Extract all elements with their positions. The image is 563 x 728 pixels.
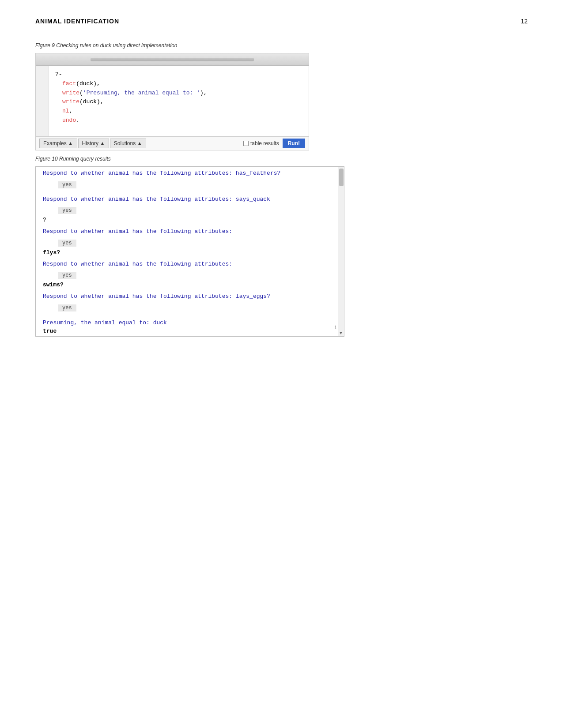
results-panel: Respond to whether animal has the follow… [35, 166, 344, 337]
solutions-tab-label: Solutions [114, 140, 136, 146]
examples-tab-label: Examples [43, 140, 67, 146]
result-row-1-answer-wrap: yes [36, 180, 344, 189]
table-results-checkbox[interactable] [243, 141, 249, 146]
prompt-line: ?- [55, 70, 302, 79]
run-button[interactable]: Run! [283, 139, 305, 148]
line-gutter [36, 66, 49, 136]
history-tab-arrow: ▲ [100, 140, 105, 146]
table-results-label[interactable]: table results [243, 140, 279, 146]
presuming-line: Presuming, the animal equal to: duck [36, 317, 344, 327]
result-row-2-answer-wrap: yes [36, 206, 344, 215]
prompt-symbol: ?- [55, 71, 62, 78]
result-row-2-question: Respond to whether animal has the follow… [36, 193, 344, 206]
true-line: true [36, 327, 344, 336]
code-line-1: fact(duck), [62, 79, 302, 89]
spacer-2 [36, 312, 344, 317]
code-line-3: write(duck), [62, 98, 302, 107]
result-row-8-question: Respond to whether animal has the follow… [36, 290, 344, 303]
footer-right: table results Run! [243, 139, 305, 148]
code-block: fact(duck), write('Presuming, the animal… [62, 79, 302, 125]
result-row-5-flys: flys? [36, 248, 344, 258]
figure9-caption: Figure 9 Checking rules on duck using di… [35, 42, 528, 49]
result-row-2-answer: yes [58, 207, 76, 214]
spacer-1 [36, 189, 344, 193]
scrollbar-page: 1 [334, 325, 337, 330]
code-line-4: nl, [62, 107, 302, 116]
history-tab-label: History [82, 140, 98, 146]
code-area[interactable]: ?- fact(duck), write('Presuming, the ani… [49, 66, 309, 136]
history-tab[interactable]: History ▲ [78, 139, 109, 148]
result-row-4-answer: yes [58, 240, 76, 247]
scrollbar[interactable]: 1 ▼ [338, 167, 344, 336]
page-title: ANIMAL IDENTIFICATION [35, 18, 119, 25]
solutions-tab[interactable]: Solutions ▲ [110, 139, 146, 148]
result-row-7-swims: swims? [36, 280, 344, 290]
code-line-2: write('Presuming, the animal equal to: '… [62, 89, 302, 98]
editor-top-bar [91, 58, 254, 61]
result-row-3-prompt: ? [36, 215, 344, 225]
result-row-4-question: Respond to whether animal has the follow… [36, 225, 344, 238]
result-row-1-answer: yes [58, 181, 76, 188]
result-row-6-answer-wrap: yes [36, 270, 344, 280]
solutions-tab-arrow: ▲ [137, 140, 142, 146]
code-line-5: undo. [62, 116, 302, 125]
prolog-editor: ?- fact(duck), write('Presuming, the ani… [35, 53, 309, 150]
result-row-4-answer-wrap: yes [36, 238, 344, 248]
result-row-8-answer-wrap: yes [36, 303, 344, 312]
result-row-6-answer: yes [58, 272, 76, 279]
table-results-text: table results [250, 140, 279, 146]
page-number: 12 [521, 18, 528, 25]
editor-footer: Examples ▲ History ▲ Solutions ▲ table r… [36, 136, 309, 150]
examples-tab-arrow: ▲ [68, 140, 73, 146]
scrollbar-arrow-down-icon[interactable]: ▼ [339, 331, 343, 335]
page-header: ANIMAL IDENTIFICATION 12 [35, 18, 528, 25]
examples-tab[interactable]: Examples ▲ [39, 139, 77, 148]
result-row-6-question: Respond to whether animal has the follow… [36, 258, 344, 271]
result-row-1-question: Respond to whether animal has the follow… [36, 167, 344, 180]
editor-body: ?- fact(duck), write('Presuming, the ani… [36, 66, 309, 136]
footer-tabs: Examples ▲ History ▲ Solutions ▲ [39, 139, 146, 148]
figure10-caption: Figure 10 Running query results [35, 156, 528, 162]
scrollbar-thumb[interactable] [339, 169, 344, 186]
editor-toolbar-top [36, 53, 309, 66]
result-row-8-answer: yes [58, 304, 76, 311]
